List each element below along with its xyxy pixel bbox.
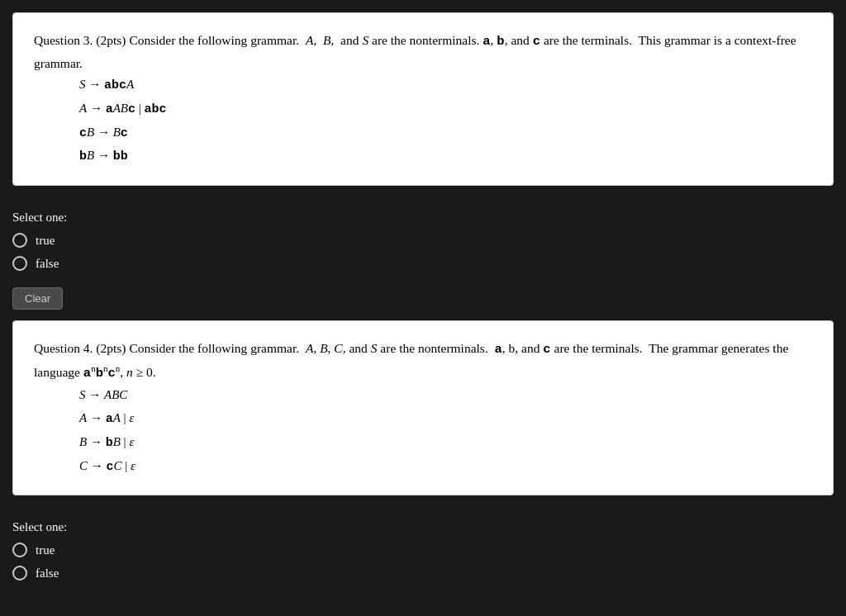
question-4-true-radio[interactable] — [12, 543, 27, 557]
question-4-select-section: Select one: true false — [12, 510, 834, 595]
question-3-false-radio[interactable] — [12, 256, 27, 271]
question-3-true-option[interactable]: true — [12, 233, 834, 248]
question-4-false-radio[interactable] — [12, 566, 27, 580]
question-3-false-label: false — [36, 257, 59, 271]
question-4-rules: S → ABC A → aA | ε B → bB | ε C → cC | ε — [79, 384, 812, 478]
question-3-points: (2pts) — [96, 33, 126, 47]
question-3-b-var: B — [323, 33, 330, 47]
question-4-tc: c — [543, 342, 550, 357]
question-4-desc1: Consider the following grammar. — [129, 341, 306, 355]
question-4-b-var: B — [320, 341, 327, 355]
question-4-false-option[interactable]: false — [12, 566, 834, 580]
question-4-language: anbncn, n ≥ 0. — [83, 365, 156, 379]
question-3-true-label: true — [36, 234, 55, 248]
rule-4-2: A → aA | ε — [79, 407, 812, 431]
rule-4-1: S → ABC — [79, 384, 812, 407]
question-3-select-label: Select one: — [12, 211, 834, 225]
question-4-nonterminals: are the nonterminals. — [380, 341, 494, 355]
question-3-nonterminals: are the nonterminals. — [372, 33, 482, 47]
question-4-false-label: false — [36, 566, 59, 580]
question-3-s-var: S — [362, 33, 368, 47]
question-4-s-var: S — [371, 341, 378, 355]
question-3-terminals-c: c — [533, 34, 540, 49]
question-3-rules: S → abcA A → aABc | abc cB → Bc bB → bb — [79, 73, 812, 168]
question-3-true-radio[interactable] — [12, 233, 27, 248]
question-4-c-var: C — [334, 341, 342, 355]
question-4-a-var: A — [306, 341, 313, 355]
question-3-vars: A — [306, 33, 313, 47]
question-3-box: Question 3. (2pts) Consider the followin… — [12, 12, 834, 186]
question-3-clear-button[interactable]: Clear — [12, 287, 63, 310]
question-4-points: (2pts) — [96, 341, 126, 355]
question-4-select-label: Select one: — [12, 520, 834, 534]
rule-3-2: A → aABc | abc — [79, 97, 812, 121]
question-3-desc1: Consider the following grammar. — [129, 33, 299, 47]
question-3-number: Question 3. — [34, 33, 93, 47]
rule-3-3: cB → Bc — [79, 121, 812, 145]
question-3-terminals-bold: a — [482, 34, 490, 49]
question-3-false-option[interactable]: false — [12, 256, 834, 271]
rule-3-1: S → abcA — [79, 73, 812, 97]
question-4-title: Question 4. (2pts) Consider the followin… — [34, 338, 812, 384]
question-3-title: Question 3. (2pts) Consider the followin… — [34, 30, 812, 73]
question-4-true-option[interactable]: true — [12, 543, 834, 557]
question-4-ta: a — [495, 342, 502, 357]
question-4-true-label: true — [36, 543, 55, 557]
rule-4-4: C → cC | ε — [79, 455, 812, 479]
rule-3-4: bB → bb — [79, 145, 812, 168]
question-4-number: Question 4. — [34, 341, 93, 355]
question-4-box: Question 4. (2pts) Consider the followin… — [12, 320, 834, 495]
question-3-select-section: Select one: true false Clear — [12, 201, 834, 320]
rule-4-3: B → bB | ε — [79, 431, 812, 455]
question-3-terminals-b: b — [497, 34, 504, 49]
